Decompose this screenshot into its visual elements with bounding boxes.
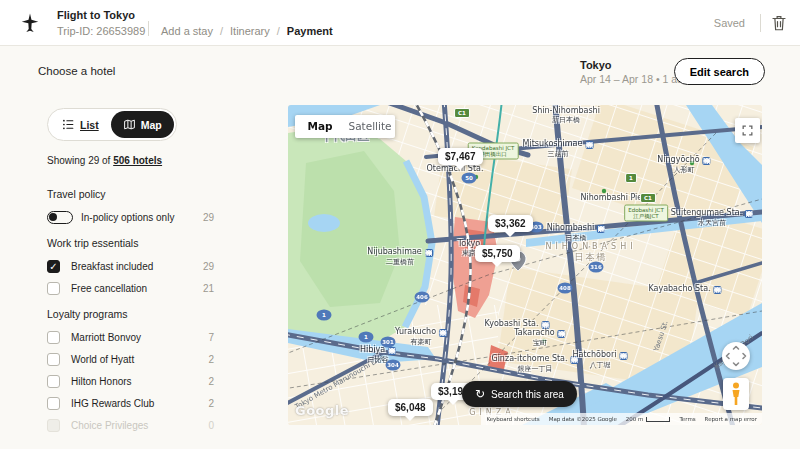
map-canvas[interactable] xyxy=(288,105,762,425)
trash-icon[interactable] xyxy=(770,14,788,32)
filter-section: Loyalty programsMarriott Bonvoy7World of… xyxy=(47,308,214,432)
map-view-label: Map xyxy=(141,119,162,131)
refresh-icon: ↻ xyxy=(475,388,485,400)
filters-sidebar: List Map Showing 29 of 506 hotels Travel… xyxy=(47,108,214,449)
scale-bar xyxy=(646,417,670,422)
breadcrumb-item-payment[interactable]: Payment xyxy=(287,25,333,37)
checkbox[interactable] xyxy=(47,397,60,410)
filter-row: World of Hyatt2 xyxy=(47,352,214,366)
filter-label: Breakfast included xyxy=(71,261,203,272)
map-type-map-tab[interactable]: Map xyxy=(295,115,345,138)
filter-count: 2 xyxy=(208,376,214,387)
filter-section-title: Loyalty programs xyxy=(47,308,214,320)
keyboard-shortcuts-link[interactable]: Keyboard shortcuts xyxy=(486,416,539,422)
view-toggle: List Map xyxy=(47,108,177,141)
filter-label: IHG Rewards Club xyxy=(71,398,208,409)
trip-id: Trip-ID: 26653989 xyxy=(57,25,145,37)
filter-label: In-policy options only xyxy=(81,212,203,223)
filter-count: 21 xyxy=(203,283,214,294)
filter-row: In-policy options only29 xyxy=(47,210,214,224)
filter-count: 0 xyxy=(208,420,214,431)
pan-arrows-icon xyxy=(722,342,750,370)
map-view-button[interactable]: Map xyxy=(111,111,174,138)
toggle-knob xyxy=(49,213,57,221)
app-window: Flight to Tokyo Trip-ID: 26653989 Add a … xyxy=(0,0,800,449)
fullscreen-icon xyxy=(741,124,754,137)
checkbox[interactable] xyxy=(47,419,60,432)
breadcrumb: Add a stay/Itinerary/Payment xyxy=(161,25,333,37)
filter-section-title: Work trip essentials xyxy=(47,237,214,249)
search-destination: Tokyo xyxy=(580,59,612,71)
results-count-link[interactable]: 506 hotels xyxy=(113,155,162,166)
filter-sections: Travel policyIn-policy options only29Wor… xyxy=(47,188,214,432)
filter-row: Free cancellation21 xyxy=(47,281,214,295)
edit-search-button[interactable]: Edit search xyxy=(674,58,765,85)
filter-row: Choice Privileges0 xyxy=(47,418,214,432)
results-summary: Showing 29 of 506 hotels xyxy=(47,155,214,166)
filter-row: IHG Rewards Club2 xyxy=(47,396,214,410)
divider xyxy=(760,14,761,32)
scale-label: 200 m xyxy=(626,416,644,422)
pegman-icon xyxy=(728,382,744,406)
filter-row: ✓Breakfast included29 xyxy=(47,259,214,273)
map-attribution: Keyboard shortcuts Map data ©2025 Google… xyxy=(481,413,762,425)
pegman-control[interactable] xyxy=(723,378,749,410)
filter-label: Hilton Honors xyxy=(71,376,208,387)
policy-toggle[interactable] xyxy=(47,211,73,224)
breadcrumb-separator: / xyxy=(277,25,280,37)
filter-label: World of Hyatt xyxy=(71,354,208,365)
checkbox[interactable]: ✓ xyxy=(47,260,60,273)
results-prefix: Showing 29 of xyxy=(47,155,113,166)
hotel-price-pin[interactable]: $7,467 xyxy=(438,148,483,165)
filter-label: Marriott Bonvoy xyxy=(71,332,208,343)
report-map-error-link[interactable]: Report a map error xyxy=(705,416,757,422)
fullscreen-button[interactable] xyxy=(735,118,760,143)
filter-count: 29 xyxy=(203,261,214,272)
filter-label: Choice Privileges xyxy=(71,420,208,431)
terms-link[interactable]: Terms xyxy=(679,416,695,422)
checkbox[interactable] xyxy=(47,282,60,295)
search-this-area-label: Search this area xyxy=(491,389,564,400)
trip-title: Flight to Tokyo xyxy=(57,9,135,21)
filter-label: Free cancellation xyxy=(71,283,203,294)
filter-section-title: Travel policy xyxy=(47,188,214,200)
hotel-price-pin[interactable]: $6,048 xyxy=(388,399,433,416)
filter-row: Marriott Bonvoy7 xyxy=(47,330,214,344)
list-view-button[interactable]: List xyxy=(50,111,111,138)
checkbox[interactable] xyxy=(47,375,60,388)
top-bar: Flight to Tokyo Trip-ID: 26653989 Add a … xyxy=(0,0,800,46)
filter-count: 2 xyxy=(208,398,214,409)
list-icon xyxy=(62,118,75,131)
page-title: Choose a hotel xyxy=(38,65,115,77)
list-view-label: List xyxy=(80,119,99,131)
breadcrumb-item-add-a-stay[interactable]: Add a stay xyxy=(161,25,213,37)
map-type-satellite-tab[interactable]: Satellite xyxy=(345,115,395,138)
breadcrumb-item-itinerary[interactable]: Itinerary xyxy=(230,25,270,37)
saved-status: Saved xyxy=(714,17,745,29)
filter-count: 29 xyxy=(203,212,214,223)
filter-section: Travel policyIn-policy options only29 xyxy=(47,188,214,224)
search-this-area-button[interactable]: ↻ Search this area xyxy=(462,381,577,407)
filter-count: 7 xyxy=(208,332,214,343)
map-scale: 200 m xyxy=(626,416,671,422)
map-data-credit: Map data ©2025 Google xyxy=(549,416,617,422)
filter-section: Work trip essentials✓Breakfast included2… xyxy=(47,237,214,295)
checkbox[interactable] xyxy=(47,353,60,366)
filter-count: 2 xyxy=(208,354,214,365)
hotel-price-pin[interactable]: $3,362 xyxy=(488,215,533,232)
pan-control[interactable] xyxy=(722,342,750,370)
filter-row: Hilton Honors2 xyxy=(47,374,214,388)
checkbox[interactable] xyxy=(47,331,60,344)
map-icon xyxy=(123,118,136,131)
divider xyxy=(148,21,149,36)
map-panel: Chiyoda City千代田区Otemachi Sta.Shin-Nihomb… xyxy=(288,105,762,425)
breadcrumb-separator: / xyxy=(220,25,223,37)
hotel-price-pin[interactable]: $5,750 xyxy=(475,245,520,262)
airplane-icon xyxy=(19,12,41,34)
map-type-control: Map Satellite xyxy=(295,115,395,138)
